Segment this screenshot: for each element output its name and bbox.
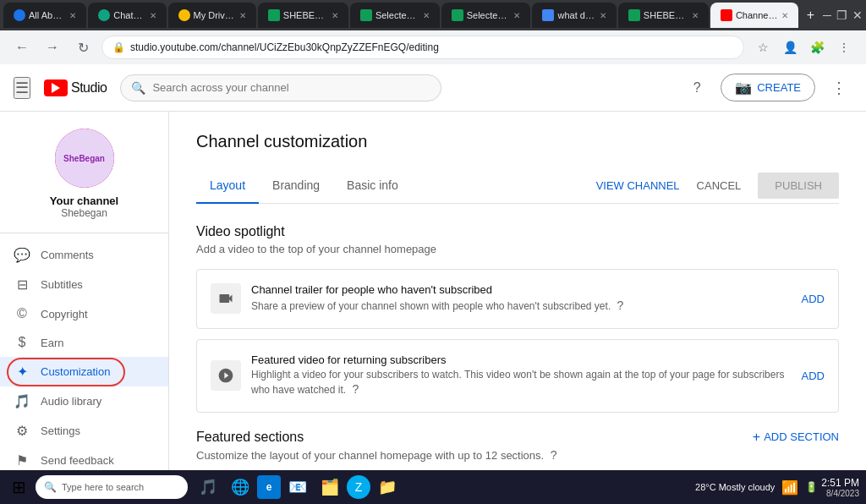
network-icon: 📶: [781, 479, 798, 496]
tab-close-9[interactable]: ✕: [781, 11, 788, 20]
browser-tab-3[interactable]: My Drive -... ✕: [168, 3, 256, 28]
tab-branding[interactable]: Branding: [259, 168, 333, 204]
featured-sections-title: Featured sections: [196, 430, 304, 445]
taskbar-app-1[interactable]: 🎵: [193, 472, 223, 502]
trailer-title: Channel trailer for people who haven't s…: [251, 283, 792, 296]
play-icon: [52, 83, 60, 93]
tab-basic-info[interactable]: Basic info: [333, 168, 412, 204]
restore-button[interactable]: ❐: [836, 8, 847, 22]
comments-icon: 💬: [14, 247, 30, 263]
add-section-button[interactable]: + ADD SECTION: [753, 430, 839, 445]
settings-label: Settings: [41, 425, 155, 437]
tab-close-3[interactable]: ✕: [239, 11, 246, 20]
tab-layout[interactable]: Layout: [196, 168, 259, 204]
taskbar-app-7[interactable]: 📁: [372, 472, 403, 502]
customization-icon: ✦: [14, 364, 30, 380]
url-bar[interactable]: 🔒 studio.youtube.com/channel/UCiZzEbu30k…: [101, 36, 744, 59]
bookmark-button[interactable]: ☆: [751, 36, 775, 59]
send-feedback-label: Send feedback: [41, 454, 155, 467]
tab-close-2[interactable]: ✕: [150, 11, 156, 20]
tab-close-4[interactable]: ✕: [332, 11, 338, 20]
tab-close-8[interactable]: ✕: [692, 11, 699, 20]
reload-button[interactable]: ↻: [71, 36, 95, 59]
search-input[interactable]: [152, 81, 430, 94]
search-icon: 🔍: [131, 81, 145, 95]
browser-tab-4[interactable]: SHEBEGA... ✕: [258, 3, 348, 28]
help-button[interactable]: ?: [683, 74, 710, 101]
featured-desc: Highlight a video for your subscribers t…: [251, 368, 792, 398]
main-content: Channel customization Layout Branding Ba…: [169, 112, 866, 504]
featured-help-icon[interactable]: ?: [352, 382, 359, 396]
view-channel-button[interactable]: VIEW CHANNEL: [596, 179, 680, 192]
minimize-button[interactable]: ─: [823, 8, 831, 22]
tab-bar: All About... ✕ ChatGPT ✕ My Drive -... ✕…: [0, 0, 866, 30]
tab-actions: VIEW CHANNEL CANCEL PUBLISH: [596, 173, 839, 199]
taskbar-app-4[interactable]: 📧: [282, 472, 313, 502]
featured-video-card: Featured video for returning subscribers…: [196, 339, 839, 413]
sidebar-item-audio-library[interactable]: 🎵 Audio library: [0, 386, 168, 416]
browser-tab-9[interactable]: Channel c... ✕: [710, 3, 798, 28]
more-options-button[interactable]: ⋮: [832, 36, 856, 59]
browser-tab-1[interactable]: All About... ✕: [3, 3, 86, 28]
featured-title: Featured video for returning subscribers: [251, 353, 792, 366]
new-tab-button[interactable]: +: [800, 8, 821, 23]
channel-trailer-card: Channel trailer for people who haven't s…: [196, 269, 839, 329]
taskbar-app-2[interactable]: 🌐: [225, 472, 255, 502]
trailer-add-button[interactable]: ADD: [802, 293, 825, 305]
browser-tab-6[interactable]: Selected P... ✕: [441, 3, 531, 28]
youtube-icon: [44, 79, 68, 96]
header-more-button[interactable]: ⋮: [825, 74, 852, 101]
tabs-row: Layout Branding Basic info VIEW CHANNEL …: [196, 168, 839, 204]
featured-sections-help-icon[interactable]: ?: [551, 448, 557, 462]
taskbar-apps: 🎵 🌐 e 📧 🗂️ Z 📁: [193, 472, 687, 502]
tab-close-7[interactable]: ✕: [600, 11, 606, 20]
browser-tab-5[interactable]: Selected P... ✕: [350, 3, 440, 28]
taskbar-search[interactable]: 🔍 Type here to search: [36, 475, 188, 499]
sidebar-item-customization[interactable]: ✦ Customization: [0, 357, 168, 386]
taskbar-app-6[interactable]: Z: [347, 475, 370, 499]
close-button[interactable]: ✕: [852, 8, 863, 22]
copyright-icon: ©: [14, 306, 30, 321]
cancel-button[interactable]: CANCEL: [687, 173, 752, 199]
clock-date: 8/4/2023: [821, 489, 859, 498]
sidebar-item-subtitles[interactable]: ⊟ Subtitles: [0, 270, 168, 299]
back-button[interactable]: ←: [10, 36, 34, 59]
channel-handle: Shebegan: [61, 207, 107, 219]
taskbar-clock[interactable]: 2:51 PM 8/4/2023: [821, 477, 859, 498]
tab-close-5[interactable]: ✕: [423, 11, 430, 20]
youtube-studio-logo[interactable]: Studio: [44, 79, 107, 96]
channel-trailer-icon: [211, 283, 241, 314]
main-layout: SheBegan Your channel Shebegan 💬 Comment…: [0, 112, 866, 504]
browser-tab-8[interactable]: SHEBEGA... ✕: [618, 3, 709, 28]
taskbar-app-3[interactable]: e: [257, 475, 281, 499]
sidebar-item-comments[interactable]: 💬 Comments: [0, 240, 168, 270]
featured-add-button[interactable]: ADD: [802, 370, 825, 382]
browser-tab-7[interactable]: what doe... ✕: [532, 3, 616, 28]
sidebar-navigation: 💬 Comments ⊟ Subtitles © Copyright $ Ear…: [0, 233, 168, 482]
tab-close-6[interactable]: ✕: [513, 11, 520, 20]
send-feedback-icon: ⚑: [14, 452, 30, 468]
taskbar-app-5[interactable]: 🗂️: [315, 472, 345, 502]
profile-button[interactable]: 👤: [778, 36, 802, 59]
sidebar-item-copyright[interactable]: © Copyright: [0, 299, 168, 328]
browser-tab-2[interactable]: ChatGPT ✕: [88, 3, 166, 28]
taskbar-search-icon: 🔍: [44, 481, 57, 493]
video-spotlight-title: Video spotlight: [196, 224, 839, 239]
search-bar[interactable]: 🔍: [120, 74, 441, 101]
trailer-help-icon[interactable]: ?: [617, 299, 624, 312]
hamburger-menu[interactable]: ☰: [14, 77, 30, 99]
channel-name: Your channel: [50, 194, 118, 207]
comments-label: Comments: [41, 249, 155, 261]
forward-button[interactable]: →: [41, 36, 64, 59]
sidebar-item-settings[interactable]: ⚙ Settings: [0, 416, 168, 446]
create-button[interactable]: 📷 CREATE: [721, 74, 815, 101]
sidebar-item-earn[interactable]: $ Earn: [0, 328, 168, 357]
video-spotlight-desc: Add a video to the top of your channel h…: [196, 243, 839, 255]
publish-button[interactable]: PUBLISH: [758, 173, 839, 199]
page-title: Channel customization: [196, 132, 839, 151]
avatar: SheBegan: [55, 129, 114, 188]
extension-button[interactable]: 🧩: [805, 36, 829, 59]
tab-close-1[interactable]: ✕: [69, 11, 76, 20]
customization-label: Customization: [41, 365, 155, 378]
start-button[interactable]: ⊞: [3, 472, 34, 502]
